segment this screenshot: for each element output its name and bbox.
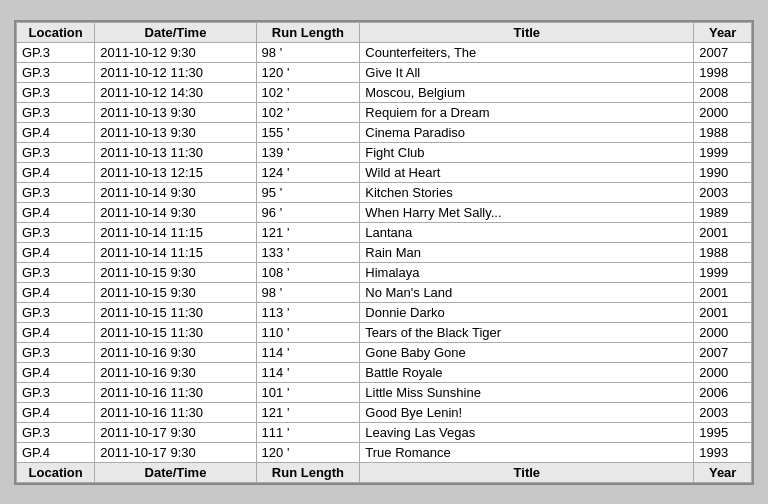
table-body: GP.32011-10-12 9:3098 'Counterfeiters, T… bbox=[17, 42, 752, 462]
cell-datetime: 2011-10-12 9:30 bbox=[95, 42, 256, 62]
cell-title: When Harry Met Sally... bbox=[360, 202, 694, 222]
cell-datetime: 2011-10-15 11:30 bbox=[95, 302, 256, 322]
cell-title: Donnie Darko bbox=[360, 302, 694, 322]
cell-runlength: 121 ' bbox=[256, 222, 360, 242]
header-year: Year bbox=[694, 22, 752, 42]
cell-year: 1993 bbox=[694, 442, 752, 462]
cell-runlength: 139 ' bbox=[256, 142, 360, 162]
cell-runlength: 121 ' bbox=[256, 402, 360, 422]
cell-datetime: 2011-10-15 9:30 bbox=[95, 262, 256, 282]
cell-title: Himalaya bbox=[360, 262, 694, 282]
table-row: GP.42011-10-17 9:30120 'True Romance1993 bbox=[17, 442, 752, 462]
cell-location: GP.3 bbox=[17, 222, 95, 242]
table-row: GP.32011-10-15 11:30113 'Donnie Darko200… bbox=[17, 302, 752, 322]
cell-runlength: 102 ' bbox=[256, 102, 360, 122]
cell-year: 1988 bbox=[694, 122, 752, 142]
cell-year: 2000 bbox=[694, 362, 752, 382]
cell-title: Cinema Paradiso bbox=[360, 122, 694, 142]
cell-runlength: 114 ' bbox=[256, 362, 360, 382]
cell-location: GP.4 bbox=[17, 362, 95, 382]
cell-title: Little Miss Sunshine bbox=[360, 382, 694, 402]
cell-datetime: 2011-10-14 11:15 bbox=[95, 222, 256, 242]
cell-year: 2000 bbox=[694, 102, 752, 122]
cell-year: 1998 bbox=[694, 62, 752, 82]
cell-runlength: 120 ' bbox=[256, 62, 360, 82]
cell-title: No Man's Land bbox=[360, 282, 694, 302]
cell-location: GP.3 bbox=[17, 142, 95, 162]
table-row: GP.42011-10-15 11:30110 'Tears of the Bl… bbox=[17, 322, 752, 342]
cell-title: Rain Man bbox=[360, 242, 694, 262]
cell-datetime: 2011-10-16 9:30 bbox=[95, 362, 256, 382]
main-container: Location Date/Time Run Length Title Year… bbox=[14, 20, 754, 485]
header-runlength: Run Length bbox=[256, 22, 360, 42]
cell-runlength: 133 ' bbox=[256, 242, 360, 262]
cell-year: 1989 bbox=[694, 202, 752, 222]
footer-title: Title bbox=[360, 462, 694, 482]
cell-datetime: 2011-10-13 9:30 bbox=[95, 102, 256, 122]
cell-runlength: 155 ' bbox=[256, 122, 360, 142]
table-row: GP.32011-10-14 11:15121 'Lantana2001 bbox=[17, 222, 752, 242]
cell-title: True Romance bbox=[360, 442, 694, 462]
table-row: GP.42011-10-16 11:30121 'Good Bye Lenin!… bbox=[17, 402, 752, 422]
cell-runlength: 120 ' bbox=[256, 442, 360, 462]
cell-title: Fight Club bbox=[360, 142, 694, 162]
table-row: GP.32011-10-13 11:30139 'Fight Club1999 bbox=[17, 142, 752, 162]
cell-runlength: 110 ' bbox=[256, 322, 360, 342]
cell-location: GP.4 bbox=[17, 162, 95, 182]
cell-location: GP.4 bbox=[17, 282, 95, 302]
cell-runlength: 113 ' bbox=[256, 302, 360, 322]
header-location: Location bbox=[17, 22, 95, 42]
table-row: GP.42011-10-15 9:3098 'No Man's Land2001 bbox=[17, 282, 752, 302]
cell-datetime: 2011-10-16 11:30 bbox=[95, 402, 256, 422]
cell-location: GP.3 bbox=[17, 382, 95, 402]
cell-location: GP.4 bbox=[17, 122, 95, 142]
cell-title: Leaving Las Vegas bbox=[360, 422, 694, 442]
cell-location: GP.4 bbox=[17, 202, 95, 222]
table-row: GP.42011-10-16 9:30114 'Battle Royale200… bbox=[17, 362, 752, 382]
table-row: GP.32011-10-12 9:3098 'Counterfeiters, T… bbox=[17, 42, 752, 62]
cell-datetime: 2011-10-16 9:30 bbox=[95, 342, 256, 362]
cell-title: Moscou, Belgium bbox=[360, 82, 694, 102]
cell-year: 2000 bbox=[694, 322, 752, 342]
cell-location: GP.4 bbox=[17, 442, 95, 462]
cell-year: 1988 bbox=[694, 242, 752, 262]
cell-datetime: 2011-10-15 11:30 bbox=[95, 322, 256, 342]
table-row: GP.42011-10-14 11:15133 'Rain Man1988 bbox=[17, 242, 752, 262]
cell-title: Good Bye Lenin! bbox=[360, 402, 694, 422]
cell-title: Requiem for a Dream bbox=[360, 102, 694, 122]
cell-year: 2003 bbox=[694, 182, 752, 202]
cell-year: 2001 bbox=[694, 302, 752, 322]
cell-runlength: 95 ' bbox=[256, 182, 360, 202]
footer-year: Year bbox=[694, 462, 752, 482]
table-row: GP.42011-10-14 9:3096 'When Harry Met Sa… bbox=[17, 202, 752, 222]
cell-title: Kitchen Stories bbox=[360, 182, 694, 202]
header-title: Title bbox=[360, 22, 694, 42]
cell-location: GP.3 bbox=[17, 302, 95, 322]
footer-datetime: Date/Time bbox=[95, 462, 256, 482]
cell-datetime: 2011-10-16 11:30 bbox=[95, 382, 256, 402]
cell-runlength: 114 ' bbox=[256, 342, 360, 362]
table-row: GP.42011-10-13 9:30155 'Cinema Paradiso1… bbox=[17, 122, 752, 142]
cell-datetime: 2011-10-13 12:15 bbox=[95, 162, 256, 182]
cell-runlength: 102 ' bbox=[256, 82, 360, 102]
cell-year: 1990 bbox=[694, 162, 752, 182]
cell-year: 2007 bbox=[694, 42, 752, 62]
cell-datetime: 2011-10-14 9:30 bbox=[95, 202, 256, 222]
cell-title: Tears of the Black Tiger bbox=[360, 322, 694, 342]
cell-datetime: 2011-10-13 11:30 bbox=[95, 142, 256, 162]
cell-location: GP.4 bbox=[17, 242, 95, 262]
header-datetime: Date/Time bbox=[95, 22, 256, 42]
cell-runlength: 124 ' bbox=[256, 162, 360, 182]
table-row: GP.42011-10-13 12:15124 'Wild at Heart19… bbox=[17, 162, 752, 182]
table-row: GP.32011-10-16 9:30114 'Gone Baby Gone20… bbox=[17, 342, 752, 362]
table-row: GP.32011-10-16 11:30101 'Little Miss Sun… bbox=[17, 382, 752, 402]
cell-year: 2003 bbox=[694, 402, 752, 422]
table-row: GP.32011-10-15 9:30108 'Himalaya1999 bbox=[17, 262, 752, 282]
header-row: Location Date/Time Run Length Title Year bbox=[17, 22, 752, 42]
cell-location: GP.3 bbox=[17, 182, 95, 202]
cell-datetime: 2011-10-14 9:30 bbox=[95, 182, 256, 202]
cell-title: Wild at Heart bbox=[360, 162, 694, 182]
table-row: GP.32011-10-12 11:30120 'Give It All1998 bbox=[17, 62, 752, 82]
footer-location: Location bbox=[17, 462, 95, 482]
table-row: GP.32011-10-14 9:3095 'Kitchen Stories20… bbox=[17, 182, 752, 202]
